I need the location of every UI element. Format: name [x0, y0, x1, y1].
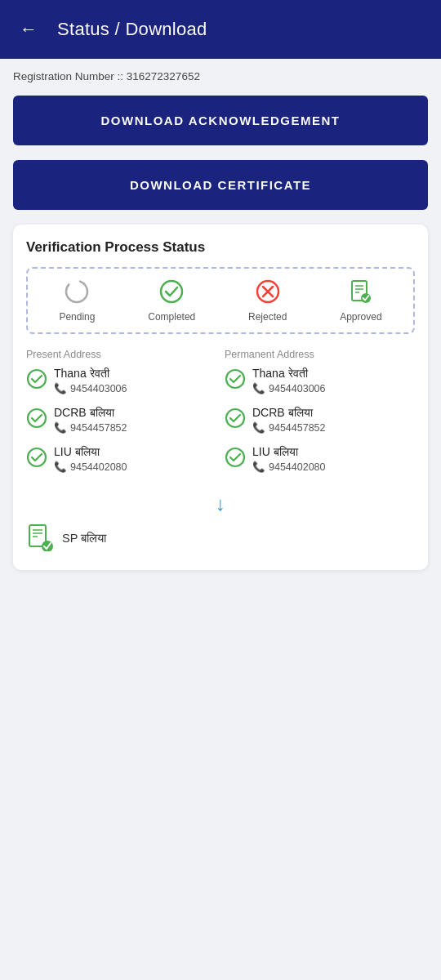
item-name: DCRB बलिया	[54, 406, 127, 420]
check-icon	[26, 447, 47, 470]
download-certificate-button[interactable]: DOWNLOAD CERTIFICATE	[13, 160, 428, 210]
rejected-icon	[255, 278, 281, 307]
list-item: Thana रेवती 📞 9454403006	[26, 367, 216, 394]
legend-pending: Pending	[59, 278, 95, 323]
svg-point-13	[226, 370, 244, 388]
item-info: LIU बलिया 📞 9454402080	[54, 445, 127, 473]
registration-number: Registration Number :: 316272327652	[13, 70, 428, 82]
check-icon	[26, 368, 47, 392]
legend-rejected: Rejected	[248, 278, 287, 323]
svg-point-0	[66, 281, 87, 302]
svg-point-11	[28, 409, 46, 427]
legend-box: Pending Completed	[26, 267, 415, 334]
approved-icon	[348, 278, 374, 307]
svg-point-12	[28, 448, 46, 466]
back-button[interactable]: ←	[13, 17, 44, 42]
approved-label: Approved	[340, 311, 381, 323]
svg-point-20	[42, 541, 53, 551]
check-icon	[225, 408, 246, 431]
header: ← Status / Download	[0, 0, 441, 59]
list-item: DCRB बलिया 📞 9454457852	[26, 406, 216, 434]
item-info: DCRB बलिया 📞 9454457852	[54, 406, 127, 434]
check-icon	[225, 447, 246, 470]
item-info: Thana रेवती 📞 9454403006	[252, 367, 326, 394]
phone-icon: 📞	[54, 382, 67, 394]
pending-label: Pending	[59, 311, 95, 323]
item-phone: 📞 9454457852	[54, 421, 127, 434]
item-info: DCRB बलिया 📞 9454457852	[252, 406, 326, 434]
item-phone: 📞 9454403006	[252, 382, 326, 394]
download-acknowledgement-button[interactable]: DOWNLOAD ACKNOWLEDGEMENT	[13, 96, 428, 145]
item-phone: 📞 9454402080	[54, 461, 127, 473]
present-address-label: Present Address	[26, 349, 216, 360]
legend-completed: Completed	[148, 278, 195, 323]
pending-icon	[64, 278, 90, 307]
phone-icon: 📞	[54, 421, 67, 434]
svg-point-1	[161, 281, 182, 302]
page-title: Status / Download	[57, 19, 207, 40]
sp-label: SP बलिया	[62, 532, 106, 546]
list-item: DCRB बलिया 📞 9454457852	[225, 406, 415, 434]
phone-icon: 📞	[54, 461, 67, 473]
rejected-label: Rejected	[248, 311, 287, 323]
svg-point-15	[226, 448, 244, 466]
verification-card: Verification Process Status Pending	[13, 225, 428, 570]
phone-icon: 📞	[252, 421, 265, 434]
item-phone: 📞 9454457852	[252, 421, 326, 434]
item-name: Thana रेवती	[54, 367, 127, 381]
sp-doc-icon	[26, 523, 54, 554]
arrow-down-icon: ↓	[26, 492, 415, 515]
item-phone: 📞 9454403006	[54, 382, 127, 394]
svg-point-14	[226, 409, 244, 427]
completed-icon	[158, 278, 185, 307]
item-phone: 📞 9454402080	[252, 461, 326, 473]
sp-item: SP बलिया	[26, 523, 415, 554]
check-icon	[225, 368, 246, 392]
item-name: DCRB बलिया	[252, 406, 326, 420]
check-icon	[26, 408, 47, 431]
permanent-address-col: Permanent Address Thana रेवती 📞 945440	[225, 349, 415, 484]
verification-title: Verification Process Status	[26, 239, 415, 256]
content-area: Registration Number :: 316272327652 DOWN…	[0, 59, 441, 581]
phone-icon: 📞	[252, 461, 265, 473]
addresses-row: Present Address Thana रेवती 📞 94544030	[26, 349, 415, 484]
list-item: LIU बलिया 📞 9454402080	[26, 445, 216, 473]
phone-icon: 📞	[252, 382, 265, 394]
item-name: LIU बलिया	[252, 445, 326, 459]
svg-point-10	[28, 370, 46, 388]
item-info: Thana रेवती 📞 9454403006	[54, 367, 127, 394]
present-address-col: Present Address Thana रेवती 📞 94544030	[26, 349, 216, 484]
item-info: LIU बलिया 📞 9454402080	[252, 445, 326, 473]
list-item: Thana रेवती 📞 9454403006	[225, 367, 415, 394]
item-name: LIU बलिया	[54, 445, 127, 459]
permanent-address-label: Permanent Address	[225, 349, 415, 360]
legend-approved: Approved	[340, 278, 381, 323]
item-name: Thana रेवती	[252, 367, 326, 381]
list-item: LIU बलिया 📞 9454402080	[225, 445, 415, 473]
completed-label: Completed	[148, 311, 195, 323]
